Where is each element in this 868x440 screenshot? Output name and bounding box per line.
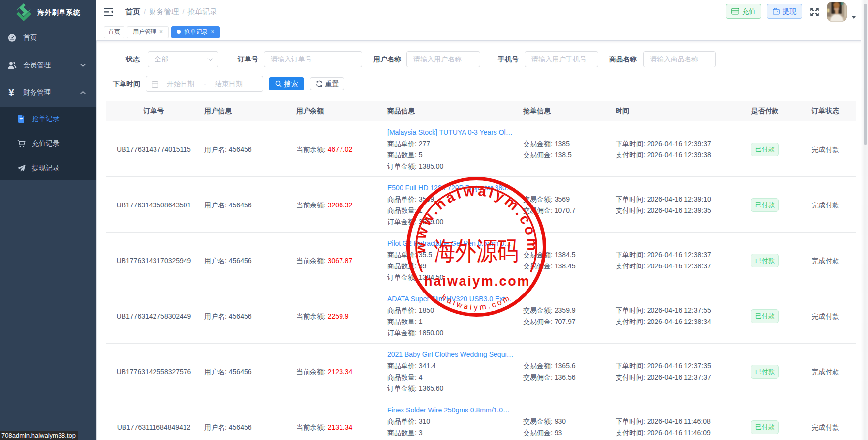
svg-text:海外源码: 海外源码 xyxy=(434,237,519,265)
svg-text:haiwaiym.com: haiwaiym.com xyxy=(424,274,530,289)
